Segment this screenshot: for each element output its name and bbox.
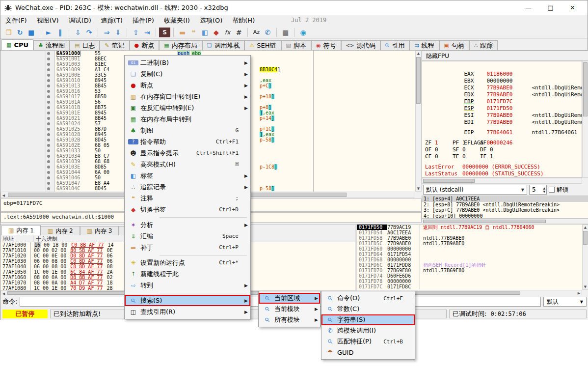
submenu-intermodular-calls[interactable]: ✆ 跨模块调用(I) — [321, 325, 415, 336]
stop-icon[interactable]: ■ — [26, 28, 37, 37]
tab-log[interactable]: ▤ 日志 — [70, 40, 100, 50]
hash-icon[interactable]: # — [233, 28, 244, 37]
menubar-item[interactable]: 选项(O) — [195, 15, 227, 26]
menu-item[interactable] — [125, 291, 250, 295]
breakpoint-dot-icon[interactable] — [47, 79, 50, 82]
menu-set-new-origin[interactable]: ✳ 设置新的运行点 Ctrl+* — [125, 257, 250, 268]
pause-icon[interactable]: ‖ — [54, 28, 66, 37]
toolbar-icon[interactable] — [244, 28, 248, 37]
toolbar-icon[interactable] — [124, 28, 127, 37]
menu-item[interactable] — [125, 253, 250, 257]
menubar-item[interactable]: 帮助(H) — [227, 15, 260, 26]
run-icon[interactable]: ► — [43, 28, 54, 37]
disasm-vertical-scrollbar[interactable]: ▲▼ — [415, 51, 422, 192]
attach-icon[interactable]: ⇥ — [141, 28, 153, 37]
menu-comment[interactable]: ❝ 注释 ; — [125, 193, 250, 204]
menu-patch[interactable]: ▬ 补丁 Ctrl+P — [125, 242, 250, 253]
patch-icon[interactable]: ▬ — [177, 28, 188, 37]
stack-row[interactable]: 0171FD54 A0C17EEA — [357, 230, 582, 235]
breakpoint-dot-icon[interactable] — [47, 122, 50, 125]
stack-row[interactable]: 0171FD78 00000000 — [357, 279, 582, 284]
menubar-item[interactable]: 文件(F) — [0, 15, 32, 26]
toolbar-icon[interactable] — [66, 28, 69, 37]
tab-threads[interactable]: ⇉ 线程 — [409, 40, 439, 50]
submenu-pattern[interactable]: ⚲ 匹配特征(P) Ctrl+B — [321, 336, 415, 347]
strings-icon[interactable]: Az — [251, 28, 262, 37]
menu-follow-in-memmap[interactable]: ▦ 在内存布局中转到 — [125, 113, 250, 125]
menu-toggle-bookmark[interactable]: ◆ 切换书签 Ctrl+D — [125, 204, 250, 215]
tab-trace[interactable]: ∴ 跟踪 — [469, 40, 498, 50]
tab-call-stack[interactable]: ❏ 调用堆栈 — [202, 40, 245, 50]
menu-search[interactable]: ⚲ 搜索(S) ▶ — [125, 295, 250, 306]
breakpoint-dot-icon[interactable] — [47, 52, 50, 55]
breakpoint-dot-icon[interactable] — [47, 128, 50, 131]
breakpoint-dot-icon[interactable] — [47, 68, 50, 71]
intermodular-calls-icon[interactable]: ✆ — [262, 28, 273, 37]
arguments-scrollbar[interactable] — [422, 219, 588, 224]
stack-vertical-scrollbar[interactable]: ▲▼ — [582, 225, 588, 290]
menu-follow-in-dump[interactable]: ▥ 在内存窗口中转到(E) ▶ — [125, 91, 250, 102]
menu-show-mnemonic-brief[interactable]: ☻ 显示指令提示 Ctrl+Shift+F1 — [125, 147, 250, 159]
tab-symbols[interactable]: ◉ 符号 — [311, 40, 341, 50]
tab-breakpoints[interactable]: ● 断点 — [130, 40, 160, 50]
stack-row[interactable]: 0171FD6C 0171FDD8 指向SEH_Record[1]的指针 — [357, 262, 582, 268]
breakpoint-dot-icon[interactable] — [47, 171, 50, 174]
tab-memory-map[interactable]: ▦ 内存布局 — [159, 40, 202, 50]
toolbar-icon[interactable] — [153, 28, 156, 37]
breakpoint-dot-icon[interactable] — [47, 187, 50, 190]
menu-follow-in-disasm[interactable]: ▣ 在反汇编中转到(E) ▶ — [125, 102, 250, 113]
stack-row[interactable]: 0171FD68 00000000 — [357, 257, 582, 262]
open-file-icon[interactable]: ❐ — [3, 28, 14, 37]
stack-row[interactable]: 0171FD7C 0171FD8C — [357, 284, 582, 289]
call-argument-row[interactable]: 4: [esp+10] 00000000 — [422, 213, 588, 219]
menu-binary[interactable]: 01 二进制(B) ▶ — [125, 57, 250, 68]
register-row[interactable]: EAX01186000 — [425, 64, 579, 71]
breakpoint-dot-icon[interactable] — [47, 149, 50, 152]
submenu-all-modules[interactable]: ⚲ 所有模块 ▶ — [259, 314, 320, 325]
stack-row[interactable]: 0171FD50 77B9AC19 返回到 ntdll.77B9AC19 自 n… — [357, 225, 582, 230]
toolbar-icon[interactable] — [291, 28, 294, 37]
stack-row[interactable]: 0171FD64 0171FD54 — [357, 252, 582, 257]
breakpoint-dot-icon[interactable] — [47, 74, 50, 77]
tab-dump-1[interactable]: ▥ 内存 1 — [1, 225, 41, 235]
menu-item[interactable] — [125, 215, 250, 219]
flags-row[interactable]: OF 0SF 0DF 0 — [425, 146, 579, 153]
checkbox-box[interactable] — [549, 187, 555, 193]
tab-references[interactable]: ⚲ 引用 — [380, 40, 409, 50]
menu-find-references[interactable]: ◫ 查找引用(R) ▶ — [125, 306, 250, 317]
submenu-constant[interactable]: ⚲ 常数(C) — [321, 304, 415, 314]
submenu-current-module[interactable]: ⚲ 当前模块 ▶ — [259, 304, 320, 314]
breakpoint-dot-icon[interactable] — [47, 63, 50, 66]
toolbar-icon[interactable] — [273, 28, 277, 37]
breakpoint-dot-icon[interactable] — [47, 90, 50, 93]
menu-label[interactable]: ◧ 标签 ▶ — [125, 170, 250, 181]
menu-instruction-help[interactable]: ? 指令帮助 Ctrl+F1 — [125, 136, 250, 147]
menu-graph[interactable]: ♣ 制图 G — [125, 125, 250, 136]
internet-icon[interactable]: ◉ — [297, 28, 309, 37]
breakpoint-dot-icon[interactable] — [47, 144, 50, 147]
menubar-item[interactable]: 收藏夹(I) — [159, 15, 195, 26]
call-argument-row[interactable]: 2: [esp+8] 77B9ABE0 <ntdll.DbgUiRemoteBr… — [422, 202, 588, 208]
menu-analyze[interactable]: ✶ 分析 ▶ — [125, 219, 250, 230]
breakpoint-dot-icon[interactable] — [47, 57, 50, 60]
step-over-icon[interactable]: ↷ — [83, 28, 95, 37]
stack-row[interactable]: 0171FD5C 77B9ABE0 ntdll.77B9ABE0 — [357, 241, 582, 246]
toolbar-icon[interactable] — [95, 28, 98, 37]
toolbar-icon[interactable] — [170, 28, 174, 37]
command-profile-select[interactable]: 默认▼ — [543, 297, 587, 307]
minimize-button[interactable]: — — [517, 4, 539, 11]
menu-goto[interactable]: ⇨ 转到 ▶ — [125, 280, 250, 291]
maximize-button[interactable]: □ — [539, 4, 561, 11]
tab-seh[interactable]: ⚠ SEH链 — [244, 40, 281, 50]
breakpoint-dot-icon[interactable] — [47, 106, 50, 109]
tab-dump-2[interactable]: ▥ 内存 2 — [41, 226, 80, 235]
breakpoint-dot-icon[interactable] — [47, 182, 50, 185]
submenu-command[interactable]: ⚲ 命令(O) Ctrl+F — [321, 293, 415, 304]
submenu-current-region[interactable]: ⚲ 当前区域 ▶ — [259, 293, 320, 304]
flags-row[interactable]: ZF 1PF 1AF 0 — [425, 140, 579, 146]
tab-script[interactable]: ▧ 脚本 — [281, 40, 311, 50]
breakpoint-dot-icon[interactable] — [47, 101, 50, 104]
menu-breakpoint[interactable]: ● 断点 ▶ — [125, 80, 250, 91]
breakpoint-dot-icon[interactable] — [47, 176, 50, 179]
close-button[interactable]: ✕ — [561, 4, 584, 11]
